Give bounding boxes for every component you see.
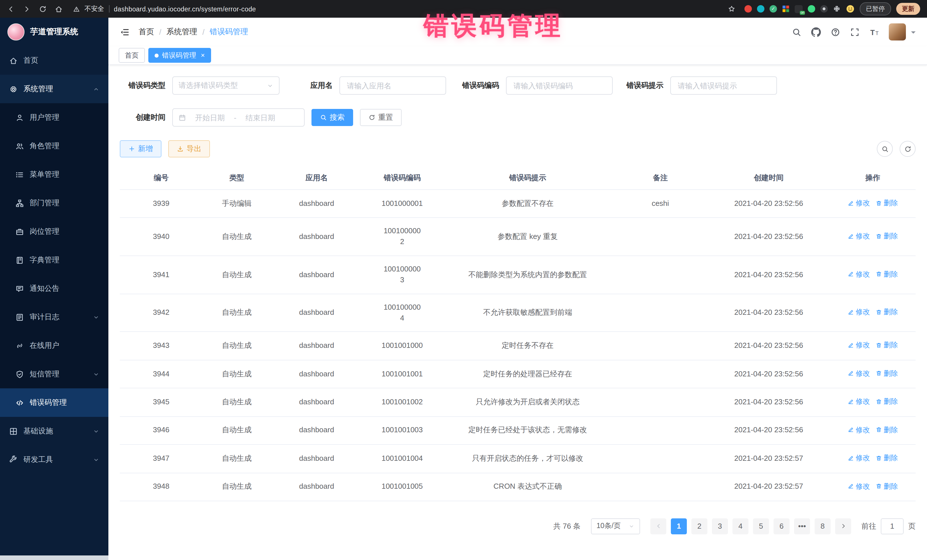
page-button-3[interactable]: 3 [712,518,728,534]
edit-link[interactable]: 修改 [848,397,870,407]
delete-link[interactable]: 删除 [876,269,898,279]
reset-button[interactable]: 重置 [360,109,401,126]
edit-link[interactable]: 修改 [848,307,870,317]
edit-link[interactable]: 修改 [848,453,870,463]
error-hint-input[interactable] [670,76,777,95]
start-date-input[interactable] [189,109,231,126]
header-search-icon[interactable] [792,27,801,37]
delete-link[interactable]: 删除 [876,369,898,379]
edit-link[interactable]: 修改 [848,198,870,208]
page-button-2[interactable]: 2 [691,518,707,534]
edit-link[interactable]: 修改 [848,231,870,241]
edit-link[interactable]: 修改 [848,425,870,435]
extension-on-icon[interactable]: on [795,5,802,13]
column-header: 备注 [613,167,707,189]
delete-link[interactable]: 删除 [876,231,898,241]
tab-close-icon[interactable]: × [201,52,205,59]
edit-link[interactable]: 修改 [848,269,870,279]
extension-teal-icon[interactable] [757,5,764,12]
delete-link[interactable]: 删除 [876,453,898,463]
search-button[interactable]: 搜索 [312,109,353,126]
sidebar-item-error-code-management[interactable]: 错误码管理 [0,389,108,417]
sidebar-item-dict-management[interactable]: 字典管理 [0,246,108,274]
page-size-select[interactable]: 10条/页 [591,518,640,534]
page-button-8[interactable]: 8 [815,518,831,534]
sidebar-item-sms-management[interactable]: 短信管理 [0,360,108,389]
extension-vue-icon[interactable]: ✓ [769,5,777,12]
page-button-5[interactable]: 5 [753,518,769,534]
refresh-table-button[interactable] [900,141,916,157]
error-type-select[interactable]: 请选择错误码类型 [172,76,280,95]
extension-red-icon[interactable] [745,5,752,12]
search-icon [320,114,327,121]
address-bar[interactable]: 不安全 dashboard.yudao.iocoder.cn/system/er… [71,5,736,13]
sidebar-item-role-management[interactable]: 角色管理 [0,132,108,160]
view-tab[interactable]: 错误码管理× [148,48,211,63]
delete-link[interactable]: 删除 [876,198,898,208]
delete-link[interactable]: 删除 [876,397,898,407]
cell-code: 1001001005 [362,473,442,501]
user-avatar[interactable] [889,23,906,41]
date-range-picker[interactable]: - [172,108,305,127]
edit-link[interactable]: 修改 [848,481,870,491]
toggle-search-button[interactable] [877,141,893,157]
puzzle-icon[interactable] [833,5,841,13]
add-button[interactable]: 新增 [120,140,161,157]
download-icon [177,146,184,152]
export-button[interactable]: 导出 [168,140,210,157]
sidebar-item-online-users[interactable]: 在线用户 [0,331,108,360]
sidebar-item-audit-log[interactable]: 审计日志 [0,303,108,331]
sidebar-item-menu-management[interactable]: 菜单管理 [0,160,108,189]
reload-icon[interactable] [39,5,47,13]
font-size-icon[interactable]: TT [869,27,879,37]
extension-grid-icon[interactable] [782,5,790,12]
sidebar-item-post-management[interactable]: 岗位管理 [0,217,108,246]
sidebar-item-user-management[interactable]: 用户管理 [0,103,108,132]
error-code-table: 编号类型应用名错误码编码错误码提示备注创建时间操作 3939手动编辑dashbo… [120,167,916,501]
update-button[interactable]: 更新 [896,3,920,15]
edit-link[interactable]: 修改 [848,369,870,379]
table-row: 3943自动生成dashboard1001001000定时任务不存在2021-0… [120,332,916,360]
sidebar-item-infrastructure[interactable]: 基础设施 [0,417,108,445]
breadcrumb-item[interactable]: 首页 [138,27,154,37]
browser-home-icon[interactable] [55,5,63,13]
breadcrumb-item[interactable]: 系统管理 [167,27,198,37]
delete-link[interactable]: 删除 [876,425,898,435]
delete-link[interactable]: 删除 [876,481,898,491]
delete-icon [876,427,882,433]
page-button-6[interactable]: 6 [774,518,790,534]
edit-link[interactable]: 修改 [848,340,870,351]
profile-emoji-icon[interactable] [846,5,854,13]
delete-link[interactable]: 删除 [876,307,898,317]
sidebar-item-dev-tools[interactable]: 研发工具 [0,445,108,474]
view-tab[interactable]: 首页 [119,48,145,63]
help-icon[interactable] [831,27,840,37]
cell-remark [613,479,707,495]
sidebar-item-system-management[interactable]: 系统管理 [0,75,108,103]
page-button-4[interactable]: 4 [732,518,748,534]
page-ellipsis[interactable]: ••• [794,518,810,534]
app-logo-row[interactable]: 芋道管理系统 [0,18,108,46]
prev-page-button[interactable] [650,518,666,534]
page-button-1[interactable]: 1 [671,518,687,534]
fullscreen-icon[interactable] [850,27,860,37]
extension-green-icon[interactable] [808,5,815,12]
sidebar-item-notice[interactable]: 通知公告 [0,274,108,303]
back-icon[interactable] [7,5,15,13]
extension-pin-icon[interactable] [820,5,828,12]
bookmark-star-icon[interactable] [728,5,736,12]
delete-link[interactable]: 删除 [876,340,898,351]
cell-remark [613,395,707,410]
next-page-button[interactable] [835,518,851,534]
error-code-input[interactable] [506,76,613,95]
app-name-input[interactable] [339,76,446,95]
paused-button[interactable]: 已暂停 [860,2,891,15]
github-icon[interactable] [811,27,821,37]
forward-icon[interactable] [23,5,31,13]
cell-time: 2021-04-20 23:52:56 [707,417,830,444]
end-date-input[interactable] [240,109,281,126]
sidebar-item-dept-management[interactable]: 部门管理 [0,189,108,217]
sidebar-item-home[interactable]: 首页 [0,46,108,75]
collapse-sidebar-icon[interactable] [120,27,129,37]
goto-page-input[interactable] [881,518,904,534]
